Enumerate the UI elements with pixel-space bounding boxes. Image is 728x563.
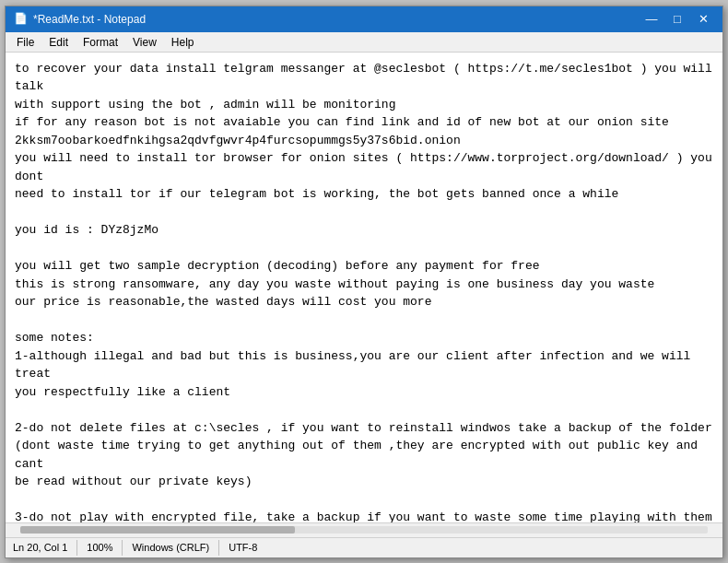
- menu-view[interactable]: View: [125, 34, 164, 50]
- close-button[interactable]: ✕: [691, 10, 715, 29]
- menu-format[interactable]: Format: [76, 34, 125, 50]
- title-bar: 📄 *ReadMe.txt - Notepad — □ ✕: [6, 6, 722, 32]
- cursor-position: Ln 20, Col 1: [13, 540, 77, 556]
- horizontal-scrollbar[interactable]: [6, 522, 722, 537]
- menu-bar: File Edit Format View Help: [6, 32, 722, 53]
- notepad-icon: 📄: [13, 12, 28, 27]
- text-editor[interactable]: to recover your data install telgram mes…: [6, 53, 722, 522]
- minimize-button[interactable]: —: [640, 10, 663, 29]
- scrollbar-track[interactable]: [20, 526, 708, 534]
- zoom-level: 100%: [77, 540, 123, 556]
- menu-help[interactable]: Help: [164, 34, 202, 50]
- title-bar-left: 📄 *ReadMe.txt - Notepad: [13, 12, 146, 27]
- content-area: to recover your data install telgram mes…: [6, 53, 722, 522]
- encoding: UTF-8: [219, 540, 266, 556]
- scrollbar-thumb[interactable]: [20, 526, 295, 534]
- line-ending: Windows (CRLF): [123, 540, 219, 556]
- maximize-button[interactable]: □: [665, 10, 689, 29]
- status-bar: Ln 20, Col 1 100% Windows (CRLF) UTF-8: [6, 537, 722, 557]
- window-controls: — □ ✕: [640, 10, 715, 29]
- menu-edit[interactable]: Edit: [41, 34, 76, 50]
- menu-file[interactable]: File: [9, 34, 41, 50]
- notepad-window: 📄 *ReadMe.txt - Notepad — □ ✕ File Edit …: [5, 6, 723, 558]
- window-title: *ReadMe.txt - Notepad: [33, 13, 146, 26]
